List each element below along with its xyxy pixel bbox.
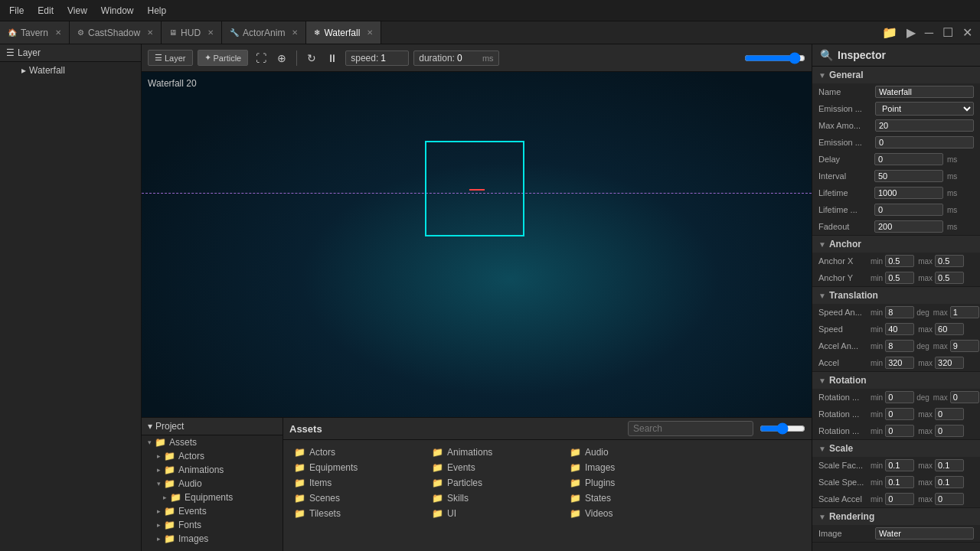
speed-angle-min-input[interactable]	[885, 306, 914, 318]
anchor-y-min-input[interactable]	[885, 272, 914, 284]
tab-hud-close[interactable]: ✕	[207, 28, 214, 37]
minimize-button[interactable]: ─	[922, 24, 936, 41]
accel-angle-min-input[interactable]	[885, 340, 914, 352]
scale-accel-max[interactable]	[935, 493, 964, 505]
rotation-section-header[interactable]: ▼ Rotation	[812, 372, 980, 389]
tab-actoranim[interactable]: 🔧 ActorAnim ✕	[222, 21, 306, 44]
image-input[interactable]	[875, 527, 974, 540]
tab-waterfall-close[interactable]: ✕	[367, 28, 373, 37]
menu-view[interactable]: View	[61, 4, 93, 18]
tree-item-equipments[interactable]: ▸ 📁 Equipments	[142, 491, 283, 504]
maximize-button[interactable]: ☐	[939, 24, 956, 41]
tree-item-events[interactable]: ▸ 📁 Events	[142, 504, 283, 518]
asset-folder-videos[interactable]: 📁 Videos	[564, 506, 701, 521]
delay-input[interactable]	[874, 153, 943, 165]
asset-folder-events[interactable]: 📁 Events	[426, 460, 564, 475]
particle-btn[interactable]: ✦ Particle	[198, 50, 249, 66]
layer-item-waterfall[interactable]: ▸ Waterfall	[0, 62, 141, 79]
tree-item-images[interactable]: ▸ 📁 Images	[142, 532, 283, 546]
duration-input[interactable]	[457, 53, 480, 64]
asset-folder-actors[interactable]: 📁 Actors	[288, 445, 426, 460]
rotation-1-min[interactable]	[885, 408, 914, 420]
rotation-2-max[interactable]	[935, 425, 964, 437]
asset-folder-ui[interactable]: 📁 UI	[426, 506, 564, 521]
project-header[interactable]: ▾ Project	[142, 418, 283, 435]
tree-item-actors[interactable]: ▸ 📁 Actors	[142, 449, 283, 463]
left-panel: ☰ Layer ▸ Waterfall	[0, 44, 142, 551]
anchor-x-min-input[interactable]	[885, 255, 914, 267]
speed-input[interactable]	[381, 53, 403, 64]
anchor-section-header[interactable]: ▼ Anchor	[812, 236, 980, 253]
lifetime-var-input[interactable]	[874, 204, 943, 216]
speed-angle-max-input[interactable]	[950, 306, 979, 318]
tree-item-fonts[interactable]: ▸ 📁 Fonts	[142, 518, 283, 532]
viewport[interactable]: Waterfall 20	[142, 72, 812, 417]
play-button[interactable]: ▶	[903, 24, 919, 41]
scale-accel-min[interactable]	[885, 493, 914, 505]
tab-tavern[interactable]: 🏠 Tavern ✕	[0, 21, 70, 44]
tree-item-audio[interactable]: ▾ 📁 Audio	[142, 477, 283, 491]
tab-castshadow-close[interactable]: ✕	[147, 28, 153, 37]
asset-folder-particles[interactable]: 📁 Particles	[426, 475, 564, 491]
asset-folder-tilesets[interactable]: 📁 Tilesets	[288, 506, 426, 521]
rotation-2-min[interactable]	[885, 425, 914, 437]
expand-btn[interactable]: ⛶	[253, 51, 270, 66]
name-input[interactable]	[875, 86, 974, 98]
asset-folder-plugins[interactable]: 📁 Plugins	[564, 475, 701, 491]
asset-folder-items[interactable]: 📁 Items	[288, 475, 426, 491]
tree-item-assets[interactable]: ▾ 📁 Assets	[142, 435, 283, 449]
scale-spe-min[interactable]	[885, 476, 914, 488]
asset-folder-audio[interactable]: 📁 Audio	[564, 445, 701, 460]
asset-folder-skills[interactable]: 📁 Skills	[426, 491, 564, 506]
scale-accel-label: Scale Accel	[818, 494, 868, 504]
settings-btn[interactable]: ⊕	[274, 51, 289, 66]
emission-rate-input[interactable]	[875, 136, 974, 148]
assets-zoom-slider[interactable]	[760, 422, 805, 435]
scale-fac-min[interactable]	[885, 459, 914, 471]
translation-section-header[interactable]: ▼ Translation	[812, 287, 980, 304]
menu-edit[interactable]: Edit	[31, 4, 60, 18]
menu-window[interactable]: Window	[95, 4, 140, 18]
tab-hud[interactable]: 🖥 HUD ✕	[162, 21, 222, 44]
search-input[interactable]	[633, 423, 748, 434]
tree-item-animations[interactable]: ▸ 📁 Animations	[142, 463, 283, 477]
anchor-y-max-input[interactable]	[935, 272, 964, 284]
tab-waterfall[interactable]: ❄ Waterfall ✕	[306, 21, 381, 44]
accel-min-input[interactable]	[885, 357, 914, 369]
general-section-header[interactable]: ▼ General	[812, 67, 980, 83]
asset-folder-states[interactable]: 📁 States	[564, 491, 701, 506]
fadeout-input[interactable]	[874, 220, 943, 233]
open-folder-button[interactable]: 📁	[879, 24, 900, 41]
lifetime-input[interactable]	[874, 187, 943, 199]
asset-folder-animations[interactable]: 📁 Animations	[426, 445, 564, 460]
rotation-0-min[interactable]	[885, 391, 914, 403]
assets-search[interactable]	[628, 421, 753, 436]
asset-folder-images[interactable]: 📁 Images	[564, 460, 701, 475]
scale-spe-max[interactable]	[935, 476, 964, 488]
tab-castshadow[interactable]: ⚙ CastShadow ✕	[70, 21, 162, 44]
asset-folder-scenes[interactable]: 📁 Scenes	[288, 491, 426, 506]
close-window-button[interactable]: ✕	[959, 24, 975, 41]
menu-file[interactable]: File	[3, 4, 30, 18]
scale-section-header[interactable]: ▼ Scale	[812, 440, 980, 457]
menu-help[interactable]: Help	[142, 4, 173, 18]
tab-actoranim-close[interactable]: ✕	[292, 28, 298, 37]
accel-max-input[interactable]	[935, 357, 964, 369]
rotation-0-max[interactable]	[950, 391, 979, 403]
anchor-x-max-input[interactable]	[935, 255, 964, 267]
rotation-1-max[interactable]	[935, 408, 964, 420]
zoom-slider[interactable]	[744, 52, 805, 64]
pause-btn[interactable]: ⏸	[324, 51, 341, 66]
layer-btn[interactable]: ☰ Layer	[148, 50, 193, 66]
asset-folder-equipments[interactable]: 📁 Equipments	[288, 460, 426, 475]
refresh-btn[interactable]: ↻	[304, 51, 319, 66]
scale-fac-max[interactable]	[935, 459, 964, 471]
interval-input[interactable]	[874, 170, 943, 182]
emission-mode-select[interactable]: Point	[875, 102, 974, 116]
accel-angle-max-input[interactable]	[950, 340, 979, 352]
speed-max-input[interactable]	[935, 323, 964, 335]
tab-tavern-close[interactable]: ✕	[55, 28, 61, 37]
max-amount-input[interactable]	[875, 119, 974, 132]
rendering-section-header[interactable]: ▼ Rendering	[812, 508, 980, 525]
speed-min-input[interactable]	[885, 323, 914, 335]
